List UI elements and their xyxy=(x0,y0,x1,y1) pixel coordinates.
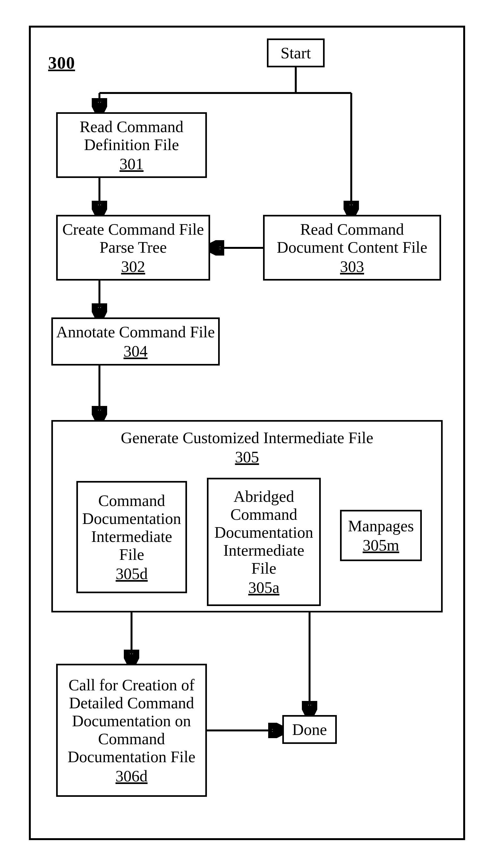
figure-reference: 300 xyxy=(48,53,75,73)
node-306d: Call for Creation of Detailed Command Do… xyxy=(56,664,207,797)
node-304-ref: 304 xyxy=(124,342,148,360)
node-305m: Manpages 305m xyxy=(340,510,422,561)
node-305a-l1: Abridged xyxy=(233,487,294,505)
node-303-l2: Document Content File xyxy=(277,238,427,256)
node-305-ref: 305 xyxy=(235,448,259,466)
node-305a-l5: File xyxy=(251,559,277,577)
node-305a: Abridged Command Documentation Intermedi… xyxy=(207,478,321,606)
node-302: Create Command File Parse Tree 302 xyxy=(56,215,210,280)
node-start-label: Start xyxy=(281,44,311,62)
node-305m-l1: Manpages xyxy=(348,517,414,535)
node-305d-l2: Documentation xyxy=(82,510,181,528)
node-305d-l3: Intermediate xyxy=(91,528,172,546)
node-305m-ref: 305m xyxy=(363,536,399,554)
node-301-ref: 301 xyxy=(120,155,144,173)
node-304-l1: Annotate Command File xyxy=(56,323,215,341)
flowchart-canvas: 300 Start Read Command Definition File 3… xyxy=(0,0,494,868)
node-305d-ref: 305d xyxy=(116,565,148,583)
node-303: Read Command Document Content File 303 xyxy=(263,215,441,280)
node-302-l2: Parse Tree xyxy=(99,238,167,256)
node-301-l2: Definition File xyxy=(84,136,179,154)
node-306d-l2: Detailed Command xyxy=(69,694,194,712)
node-306d-l4: Command xyxy=(98,730,165,748)
node-303-ref: 303 xyxy=(340,257,364,275)
node-304: Annotate Command File 304 xyxy=(51,317,220,366)
node-305-title: Generate Customized Intermediate File xyxy=(56,429,438,447)
node-301-l1: Read Command xyxy=(79,118,184,136)
node-302-ref: 302 xyxy=(121,257,145,275)
node-done-label: Done xyxy=(292,721,327,738)
node-305d-l4: File xyxy=(119,546,144,564)
node-306d-l5: Documentation File xyxy=(68,748,196,766)
node-306d-l3: Documentation on xyxy=(72,712,191,730)
node-305a-ref: 305a xyxy=(248,578,279,596)
node-302-l1: Create Command File xyxy=(62,220,204,238)
node-start: Start xyxy=(267,38,325,67)
node-306d-l1: Call for Creation of xyxy=(69,676,195,694)
node-305a-l2: Command xyxy=(230,505,297,523)
node-305d: Command Documentation Intermediate File … xyxy=(76,481,187,593)
node-303-l1: Read Command xyxy=(300,220,404,238)
node-305a-l3: Documentation xyxy=(214,523,313,541)
node-305d-l1: Command xyxy=(98,492,165,510)
node-301: Read Command Definition File 301 xyxy=(56,112,207,178)
node-305a-l4: Intermediate xyxy=(223,541,304,559)
node-306d-ref: 306d xyxy=(115,767,148,785)
node-done: Done xyxy=(282,715,337,744)
